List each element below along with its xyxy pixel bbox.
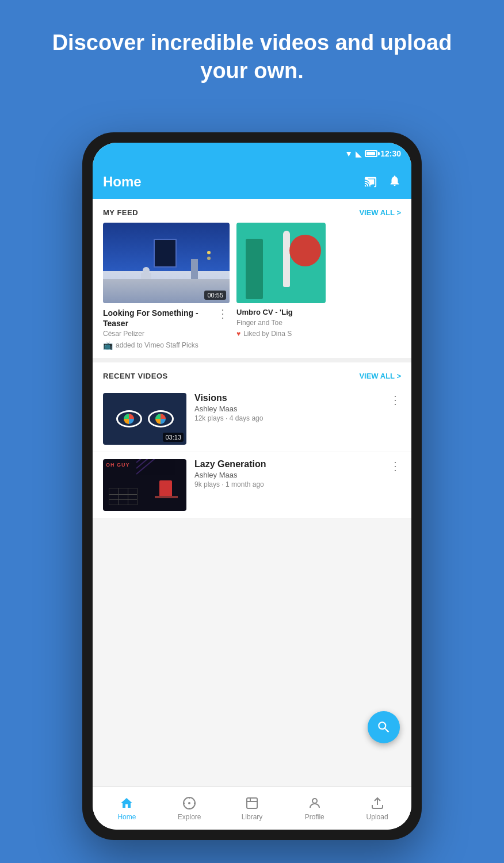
nav-item-home[interactable]: Home <box>96 796 158 821</box>
hero-text: Discover incredible videos and upload yo… <box>0 0 504 103</box>
feed-card-0-title: Looking For Something - Teaser <box>103 308 216 329</box>
cast-icon[interactable] <box>363 175 378 188</box>
svg-point-9 <box>312 799 317 803</box>
app-bar: Home <box>93 165 411 199</box>
home-icon <box>119 796 134 811</box>
video-1-stats: 9k plays · 1 month ago <box>194 480 381 488</box>
feed-card-0-duration: 00:55 <box>204 291 226 300</box>
feed-card-1-title: Umbro CV - 'Lig <box>236 308 326 318</box>
nav-item-library[interactable]: Library <box>221 796 284 821</box>
feed-card-0-more[interactable]: ⋮ <box>216 308 230 319</box>
video-0-duration: 03:13 <box>163 433 184 442</box>
video-0-author: Ashley Maas <box>194 404 381 413</box>
feed-card-0-author: César Pelizer <box>103 330 216 338</box>
explore-icon <box>182 796 197 811</box>
signal-icon: ◣ <box>356 149 362 158</box>
video-0-more[interactable]: ⋮ <box>390 393 401 407</box>
video-0-title: Visions <box>194 393 381 403</box>
feed-card-0[interactable]: 00:55 Looking For Something - Teaser Cés… <box>103 223 230 350</box>
bottom-nav: Home Explore Library Profile <box>93 786 411 830</box>
profile-icon <box>307 796 322 811</box>
feed-card-1[interactable]: Umbro CV - 'Lig Finger and Toe ♥ Liked b… <box>236 223 326 350</box>
nav-library-label: Library <box>242 813 263 821</box>
my-feed-title: MY FEED <box>103 208 138 217</box>
library-icon <box>245 796 259 811</box>
bell-icon[interactable] <box>388 174 401 190</box>
nav-upload-label: Upload <box>366 813 388 821</box>
status-time: 12:30 <box>380 149 401 158</box>
svg-rect-6 <box>247 798 257 808</box>
video-1-title: Lazy Generation <box>194 459 381 469</box>
recent-videos-view-all[interactable]: VIEW ALL > <box>359 372 401 380</box>
upload-icon <box>370 796 385 811</box>
my-feed-header: MY FEED VIEW ALL > <box>93 199 411 223</box>
tv-icon: 📺 <box>103 341 113 350</box>
nav-item-explore[interactable]: Explore <box>158 796 221 821</box>
app-bar-title: Home <box>103 174 142 190</box>
recent-videos-title: RECENT VIDEOS <box>103 372 168 380</box>
nav-item-profile[interactable]: Profile <box>283 796 346 821</box>
nav-profile-label: Profile <box>305 813 324 821</box>
feed-card-1-author: Finger and Toe <box>236 319 326 327</box>
battery-icon <box>365 150 377 157</box>
video-0-stats: 12k plays · 4 days ago <box>194 414 381 422</box>
feed-card-0-meta: added to Vimeo Staff Picks <box>116 341 198 349</box>
wifi-icon: ▼ <box>345 149 353 158</box>
svg-point-1 <box>189 803 190 804</box>
nav-item-upload[interactable]: Upload <box>346 796 408 821</box>
video-1-more[interactable]: ⋮ <box>390 459 401 473</box>
nav-explore-label: Explore <box>178 813 201 821</box>
feed-card-1-meta: Liked by Dina S <box>243 330 292 338</box>
heart-icon: ♥ <box>236 330 240 338</box>
video-item-0[interactable]: 03:13 Visions Ashley Maas 12k plays · 4 … <box>93 386 411 452</box>
video-1-author: Ashley Maas <box>194 471 381 479</box>
video-item-1[interactable]: OH GUY <box>93 452 411 518</box>
feed-cards: 00:55 Looking For Something - Teaser Cés… <box>93 223 411 358</box>
nav-home-label: Home <box>117 813 136 821</box>
my-feed-view-all[interactable]: VIEW ALL > <box>359 208 401 217</box>
phone-frame: ▼ ◣ 12:30 Home MY FEED VIEW <box>82 132 422 840</box>
status-bar: ▼ ◣ 12:30 <box>93 143 411 165</box>
recent-videos-header: RECENT VIDEOS VIEW ALL > <box>93 362 411 386</box>
search-fab[interactable] <box>368 711 400 743</box>
